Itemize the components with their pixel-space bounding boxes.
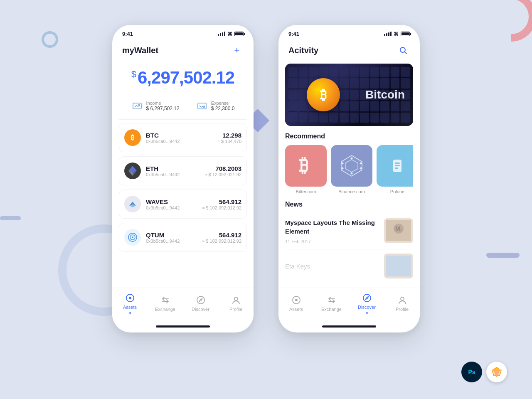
nav-assets-2[interactable]: Assets [284, 295, 309, 312]
waves-amount: 564.912 [202, 198, 241, 205]
news-headline-1: Myspace Layouts The Missing Element [285, 218, 379, 236]
news-content-1: Myspace Layouts The Missing Element 11 F… [285, 218, 379, 244]
recommend-item-bitter[interactable]: ₿ Bitter.com [285, 145, 327, 194]
svg-marker-12 [345, 160, 358, 172]
income-value: $ 6,297,502.12 [146, 106, 180, 111]
waves-usd: ≈ $ 102,092,012.92 [202, 205, 241, 210]
btc-usd: ≈ $ 184,470 [217, 139, 241, 144]
income-item: Income $ 6,297,502.12 [131, 100, 180, 112]
battery-icon-2 [401, 32, 410, 36]
profile-icon-2 [397, 295, 407, 305]
nav-discover-2[interactable]: Discover [355, 293, 379, 314]
eth-icon [124, 163, 141, 179]
news-item-1[interactable]: Myspace Layouts The Missing Element 11 F… [285, 213, 413, 249]
nav-profile-2[interactable]: Profile [390, 295, 415, 312]
signal-icon [218, 32, 225, 36]
expense-label: Expense [211, 101, 235, 106]
discover-icon-2 [362, 293, 372, 303]
svg-point-17 [342, 167, 344, 170]
binance-card [331, 145, 372, 187]
news-headline-2: Eta Keys [285, 263, 310, 270]
discover-active-dot [366, 312, 368, 314]
svg-point-7 [197, 296, 204, 304]
waves-address: 0x3b5ca0...9442 [146, 205, 202, 210]
phone-activity: 9:41 ⌘ Acitvity [278, 25, 420, 332]
qtum-name: QTUM [146, 232, 202, 239]
assets-active-dot [129, 312, 131, 314]
svg-point-30 [401, 297, 404, 300]
eth-balance: 708.2003 ≈ $ 12,092,021.92 [204, 165, 241, 177]
news-image-2 [384, 254, 413, 278]
svg-point-9 [400, 47, 405, 52]
profile-icon-1 [231, 295, 241, 305]
eth-usd: ≈ $ 12,092,021.92 [204, 172, 241, 177]
eth-info: ETH 0x3b5ca0...9442 [146, 165, 204, 177]
wifi-icon-2: ⌘ [394, 31, 399, 37]
crypto-item-qtum[interactable]: QTUM 0x3b5ca0...9442 564.912 ≈ $ 102,092… [119, 223, 247, 252]
exchange-label-1: Exchange [155, 307, 175, 312]
bitcoin-text: Bitcoin [365, 88, 405, 101]
news-date-1: 11 Feb 2017 [285, 239, 379, 244]
activity-title: Acitvity [288, 46, 318, 55]
discover-icon-1 [196, 295, 206, 305]
btc-address: 0x3b5ca0...9442 [146, 139, 217, 144]
nav-exchange-1[interactable]: Exchange [153, 295, 178, 312]
bitter-name: Bitter.com [285, 189, 327, 194]
qtum-amount: 564.912 [202, 232, 241, 239]
discover-label-1: Discover [192, 307, 209, 312]
assets-icon-1 [125, 293, 135, 303]
exchange-icon-1 [160, 295, 170, 305]
wallet-title: myWallet [122, 46, 158, 55]
waves-name: WAVES [146, 198, 202, 205]
status-bar-1: 9:41 ⌘ [112, 25, 254, 40]
nav-profile-1[interactable]: Profile [224, 295, 249, 312]
polo-card [377, 145, 413, 187]
profile-label-2: Profile [396, 307, 409, 312]
eth-address: 0x3b5ca0...9442 [146, 172, 204, 177]
balance-display: $6,297,502.12 [112, 68, 254, 88]
profile-label-1: Profile [229, 307, 242, 312]
tools-icons: Ps [461, 362, 507, 382]
btc-balance: 12.298 ≈ $ 184,470 [217, 132, 241, 144]
nav-exchange-2[interactable]: Exchange [319, 295, 344, 312]
bitcoin-coin: ₿ [307, 78, 340, 111]
crypto-item-waves[interactable]: WAVES 0x3b5ca0...9442 564.912 ≈ $ 102,09… [119, 190, 247, 219]
svg-point-6 [129, 297, 131, 299]
income-icon [131, 100, 143, 112]
add-button[interactable]: + [230, 44, 244, 57]
balance-amount: 6,297,502.12 [138, 68, 234, 87]
svg-point-8 [234, 297, 238, 300]
svg-rect-1 [198, 103, 206, 109]
hero-bitcoin-banner[interactable]: ₿ Bitcoin [285, 64, 413, 126]
svg-point-29 [363, 294, 371, 302]
assets-icon-2 [291, 295, 301, 305]
svg-point-15 [342, 163, 344, 165]
svg-text:₿: ₿ [299, 156, 308, 175]
sketch-icon [486, 362, 507, 382]
crypto-item-btc[interactable]: ₿ BTC 0x3b5ca0...9442 12.298 ≈ $ 184,470 [119, 123, 247, 152]
search-button[interactable] [397, 44, 410, 57]
news-title: News [285, 201, 413, 208]
assets-label-1: Assets [123, 305, 137, 310]
svg-rect-22 [395, 167, 398, 169]
svg-point-18 [360, 167, 362, 170]
crypto-item-eth[interactable]: ETH 0x3b5ca0...9442 708.2003 ≈ $ 12,092,… [119, 156, 247, 185]
recommend-item-binance[interactable]: Binance.com [331, 145, 372, 194]
expense-icon [196, 100, 208, 112]
expense-item: Expense $ 22,300.0 [196, 100, 235, 112]
recommend-item-polo[interactable]: Polone [377, 145, 413, 194]
divider-1 [119, 119, 247, 120]
news-item-2[interactable]: Eta Keys [285, 249, 413, 283]
binance-name: Binance.com [331, 189, 372, 194]
crypto-list: ₿ BTC 0x3b5ca0...9442 12.298 ≈ $ 184,470 [112, 123, 254, 288]
battery-icon [234, 32, 244, 36]
nav-discover-1[interactable]: Discover [188, 295, 213, 312]
nav-assets-1[interactable]: Assets [118, 293, 143, 314]
home-indicator-1 [156, 325, 210, 328]
recommend-title: Recommend [285, 133, 413, 140]
btc-info: BTC 0x3b5ca0...9442 [146, 132, 217, 144]
wallet-content: myWallet + $6,297,502.12 [112, 40, 254, 288]
currency-symbol: $ [131, 69, 136, 79]
svg-rect-20 [395, 163, 400, 164]
eth-name: ETH [146, 165, 204, 172]
